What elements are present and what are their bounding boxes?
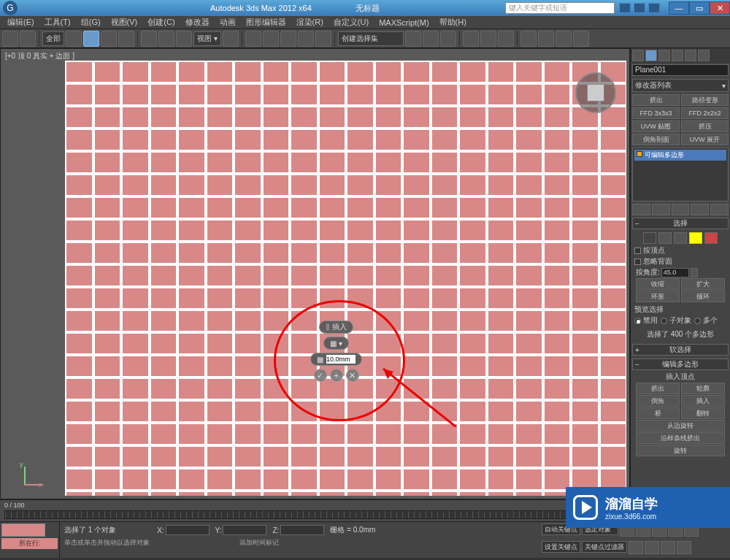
modify-tab-icon[interactable] — [645, 50, 657, 61]
nav-max-icon[interactable] — [677, 541, 691, 554]
render-setup-button[interactable] — [520, 31, 537, 47]
percent-snap-button[interactable] — [298, 31, 314, 47]
spinner-snap-button[interactable] — [315, 31, 331, 47]
viewcube-face[interactable] — [587, 84, 604, 101]
pivot-button[interactable] — [223, 31, 239, 47]
subobj-border-icon[interactable] — [674, 232, 687, 244]
stack-pin-icon[interactable] — [632, 204, 650, 215]
create-tab-icon[interactable] — [632, 50, 644, 61]
loop-button[interactable]: 循环 — [681, 291, 725, 302]
minimize-button[interactable]: — — [669, 1, 689, 15]
ep-bevel-button[interactable]: 倒角 — [636, 395, 680, 407]
select-button[interactable] — [66, 31, 82, 47]
scale-button[interactable] — [176, 31, 192, 47]
mirror-button[interactable] — [405, 31, 421, 47]
stack-show-icon[interactable] — [652, 204, 670, 215]
keyfilters-button[interactable]: 关键点过滤器 — [582, 541, 627, 553]
nav-orbit-icon[interactable] — [661, 541, 675, 554]
star-icon[interactable] — [634, 3, 645, 13]
teapot-icon[interactable] — [573, 31, 589, 47]
mod-btn-pathdeform[interactable]: 路径变形 — [681, 94, 729, 106]
hierarchy-tab-icon[interactable] — [658, 50, 670, 61]
angle-snap-button[interactable] — [280, 31, 296, 47]
subobj-vertex-icon[interactable] — [643, 232, 656, 244]
grow-button[interactable]: 扩大 — [681, 278, 725, 290]
ep-inset-button[interactable]: 插入 — [681, 395, 725, 407]
curve-editor-button[interactable] — [463, 31, 479, 47]
coord-x-field[interactable] — [166, 525, 210, 535]
caddy-amount-row[interactable]: ▦ — [310, 353, 362, 366]
utilities-tab-icon[interactable] — [698, 50, 710, 61]
select-region-button[interactable] — [101, 31, 117, 47]
menu-rendering[interactable]: 渲染(R) — [292, 17, 328, 28]
ep-hinge-button[interactable]: 从边旋转 — [636, 420, 725, 431]
viewport-label[interactable]: [+0 顶 0 真实 + 边面 ] — [5, 51, 74, 61]
byangle-spinner[interactable] — [691, 268, 698, 277]
nav-zoom-icon[interactable] — [645, 541, 659, 554]
manipulate-button[interactable] — [245, 31, 261, 47]
mod-btn-extrude[interactable]: 挤出 — [632, 94, 680, 106]
ring-button[interactable]: 环形 — [636, 291, 680, 302]
byangle-value[interactable]: 45.0 — [661, 268, 689, 277]
caddy-cancel-button[interactable]: ✕ — [346, 369, 359, 382]
menu-edit[interactable]: 编辑(E) — [3, 17, 39, 28]
ep-rotate-button[interactable]: 旋转 — [636, 445, 725, 456]
menu-group[interactable]: 组(G) — [77, 17, 105, 28]
stack-remove-icon[interactable] — [691, 204, 709, 215]
material-editor-button[interactable] — [498, 31, 514, 47]
mod-btn-bevelprofile[interactable]: 倒角剖面 — [632, 134, 680, 145]
shrink-button[interactable]: 收缩 — [636, 278, 680, 290]
coord-z-field[interactable] — [280, 525, 324, 535]
ep-bridge-button[interactable]: 桥 — [636, 407, 680, 419]
menu-tools[interactable]: 工具(T) — [40, 17, 75, 28]
caddy-ok-button[interactable]: ✓ — [314, 369, 327, 382]
time-track[interactable] — [4, 510, 628, 519]
ref-coord-dropdown[interactable]: 视图 ▾ — [193, 31, 221, 46]
maximize-button[interactable]: ▭ — [689, 1, 710, 15]
nav-pan-icon[interactable] — [629, 541, 643, 554]
menu-maxscript[interactable]: MAXScript(M) — [374, 18, 433, 27]
ep-flip-button[interactable]: 翻转 — [681, 407, 725, 419]
mod-btn-squeeze[interactable]: 挤压 — [681, 120, 729, 132]
caddy-type-button[interactable]: ▦ ▾ — [323, 337, 349, 350]
menu-customize[interactable]: 自定义(U) — [329, 17, 373, 28]
mod-btn-ffd222[interactable]: FFD 2x2x2 — [681, 107, 729, 119]
mod-btn-uvwunwrap[interactable]: UVW 展开 — [681, 134, 729, 145]
menu-create[interactable]: 创建(C) — [143, 17, 179, 28]
infocenter-icon[interactable] — [619, 3, 631, 13]
material-swatch[interactable] — [1, 523, 45, 537]
preview-disable-radio[interactable] — [634, 318, 641, 324]
undo-button[interactable] — [2, 31, 18, 47]
search-input[interactable]: 键入关键字或短语 — [505, 2, 615, 14]
inset-caddy[interactable]: ‖ 插入 ▦ ▾ ▦ ✓ + ✕ — [310, 321, 362, 382]
stack-editable-poly[interactable]: 可编辑多边形 — [634, 150, 726, 161]
snap-toggle-button[interactable] — [263, 31, 279, 47]
caddy-apply-button[interactable]: + — [330, 369, 343, 382]
schematic-view-button[interactable] — [480, 31, 496, 47]
select-object-button[interactable] — [83, 31, 99, 47]
rollout-editpoly[interactable]: −编辑多边形 — [632, 358, 729, 370]
mod-btn-ffd333[interactable]: FFD 3x3x3 — [632, 107, 680, 119]
menu-modifiers[interactable]: 修改器 — [181, 17, 214, 28]
viewport[interactable]: y x ‖ 插入 ▦ ▾ ▦ ✓ + ✕ — [4, 61, 626, 496]
rollout-selection[interactable]: −选择 — [632, 218, 729, 229]
help-icon[interactable] — [648, 3, 660, 13]
subobj-element-icon[interactable] — [704, 232, 718, 244]
mod-btn-uvwmap[interactable]: UVW 贴图 — [632, 120, 680, 132]
move-button[interactable] — [141, 31, 157, 47]
window-crossing-button[interactable] — [118, 31, 134, 47]
byvertex-checkbox[interactable] — [634, 248, 641, 254]
subobj-polygon-icon[interactable] — [689, 232, 702, 244]
stack-unique-icon[interactable] — [672, 204, 690, 215]
close-button[interactable]: ✕ — [710, 1, 730, 15]
rotate-button[interactable] — [158, 31, 174, 47]
menu-animation[interactable]: 动画 — [215, 17, 240, 28]
motion-tab-icon[interactable] — [672, 50, 683, 61]
menu-views[interactable]: 视图(V) — [107, 17, 142, 28]
stack-config-icon[interactable] — [710, 204, 729, 215]
modifier-stack[interactable]: 可编辑多边形 — [632, 147, 729, 202]
render-button[interactable] — [556, 31, 572, 47]
add-time-tag[interactable]: 添加时间标记 — [239, 539, 279, 546]
setkey-button[interactable]: 设置关键点 — [542, 541, 580, 553]
named-selection-sets[interactable]: 创建选择集 — [338, 31, 404, 46]
